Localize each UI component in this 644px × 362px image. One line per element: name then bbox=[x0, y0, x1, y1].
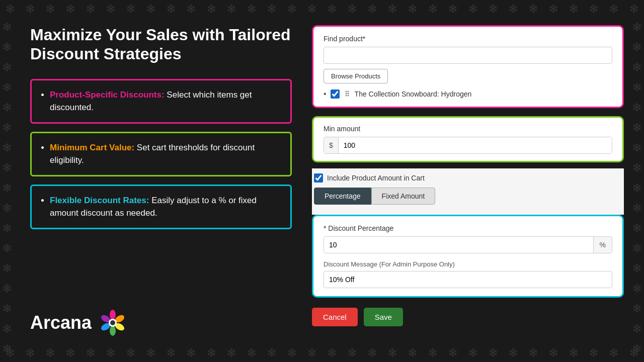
svg-point-10 bbox=[345, 93, 347, 95]
include-product-checkbox-row: Include Product Amount in Cart bbox=[314, 173, 622, 183]
percentage-input-wrapper: % bbox=[324, 236, 612, 253]
feature-item-cart: Minimum Cart Value: Set cart thresholds … bbox=[50, 141, 280, 167]
right-panel: Find product* Browse Products • bbox=[312, 20, 624, 342]
min-amount-input[interactable] bbox=[339, 137, 612, 153]
fixed-amount-toggle-button[interactable]: Fixed Amount bbox=[371, 188, 436, 205]
svg-point-11 bbox=[347, 93, 349, 95]
feature-box-min-cart: Minimum Cart Value: Set cart thresholds … bbox=[30, 132, 292, 176]
feature-list: Product-Specific Discounts: Select which… bbox=[30, 79, 292, 229]
svg-point-7 bbox=[110, 320, 115, 325]
include-product-label: Include Product Amount in Cart bbox=[327, 174, 425, 182]
feature-label-cart: Minimum Cart Value: bbox=[50, 143, 134, 152]
product-item: • The Collection Snowboard: Hydrogen bbox=[324, 89, 612, 99]
discount-percentage-label: * Discount Percentage bbox=[324, 224, 612, 232]
svg-point-9 bbox=[347, 91, 349, 93]
options-row: Include Product Amount in Cart Percentag… bbox=[312, 168, 624, 215]
feature-label-product: Product-Specific Discounts: bbox=[50, 90, 165, 100]
feature-box-product-discounts: Product-Specific Discounts: Select which… bbox=[30, 79, 292, 124]
feature-label-flexible: Flexible Discount Rates: bbox=[50, 196, 149, 205]
drag-handle-icon[interactable] bbox=[345, 90, 350, 98]
bullet-dot: • bbox=[324, 89, 327, 99]
svg-point-8 bbox=[345, 91, 347, 93]
amount-input-wrapper: $ bbox=[324, 137, 612, 154]
svg-point-3 bbox=[110, 326, 116, 336]
page-headline: Maximize Your Sales with Tailored Discou… bbox=[30, 25, 292, 64]
find-product-label: Find product* bbox=[324, 35, 612, 43]
product-checkbox[interactable] bbox=[331, 89, 340, 99]
include-product-checkbox[interactable] bbox=[314, 173, 323, 183]
logo-icon bbox=[99, 309, 127, 337]
product-name: The Collection Snowboard: Hydrogen bbox=[355, 90, 472, 98]
feature-item-flexible: Flexible Discount Rates: Easily adjust t… bbox=[50, 194, 280, 220]
cancel-button[interactable]: Cancel bbox=[312, 308, 358, 326]
save-button[interactable]: Save bbox=[364, 308, 403, 326]
discount-message-label: Discount Message (For Admin Purpose Only… bbox=[324, 260, 612, 268]
browse-products-button[interactable]: Browse Products bbox=[324, 69, 388, 83]
min-amount-section: Min amount $ bbox=[312, 116, 624, 162]
svg-point-0 bbox=[110, 310, 116, 320]
left-panel: Maximize Your Sales with Tailored Discou… bbox=[30, 20, 292, 342]
svg-point-13 bbox=[347, 95, 349, 97]
discount-section: * Discount Percentage % Discount Message… bbox=[312, 215, 624, 298]
discount-percentage-input[interactable] bbox=[324, 237, 593, 253]
percentage-toggle-button[interactable]: Percentage bbox=[314, 188, 371, 205]
logo-text: Arcana bbox=[30, 312, 92, 333]
min-amount-label: Min amount bbox=[324, 125, 612, 133]
action-buttons-row: Cancel Save bbox=[312, 308, 624, 326]
feature-box-flexible-rates: Flexible Discount Rates: Easily adjust t… bbox=[30, 185, 292, 229]
discount-type-toggle: Percentage Fixed Amount bbox=[314, 188, 622, 205]
find-product-input[interactable] bbox=[324, 47, 612, 64]
currency-prefix: $ bbox=[324, 137, 339, 153]
svg-point-12 bbox=[345, 95, 347, 97]
feature-item-product: Product-Specific Discounts: Select which… bbox=[50, 88, 280, 114]
percentage-suffix: % bbox=[593, 237, 612, 253]
logo-area: Arcana bbox=[30, 309, 292, 337]
discount-message-input[interactable] bbox=[324, 271, 612, 288]
find-product-section: Find product* Browse Products • bbox=[312, 25, 624, 108]
